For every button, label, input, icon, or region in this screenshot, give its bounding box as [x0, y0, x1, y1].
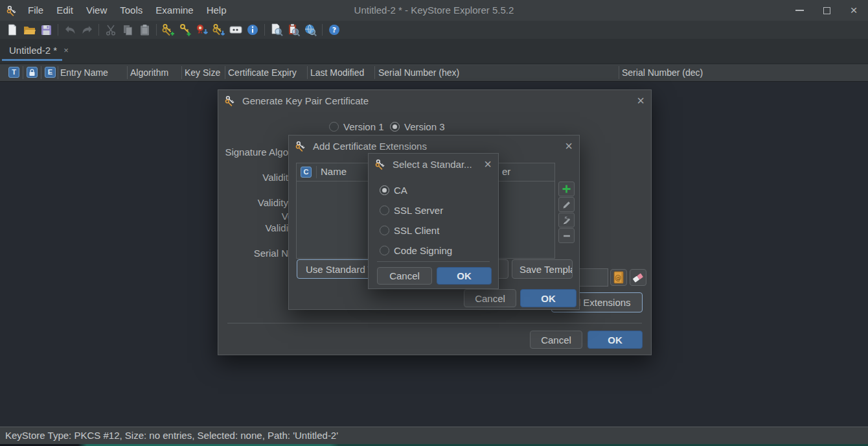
keys-icon: [375, 159, 386, 170]
toolbar-separator: [264, 24, 265, 36]
radio-circle: [329, 122, 339, 132]
eraser-icon: [632, 272, 645, 283]
generate-secret-key-button[interactable]: [177, 22, 194, 38]
generate-ok-button[interactable]: OK: [588, 331, 643, 349]
code-signing-radio[interactable]: Code Signing: [380, 245, 452, 255]
close-icon[interactable]: ×: [637, 90, 645, 111]
close-button[interactable]: ×: [849, 5, 859, 16]
examine-ssl-button[interactable]: [302, 22, 319, 38]
app-keys-icon: [6, 5, 17, 16]
examine-clipboard-button[interactable]: [285, 22, 302, 38]
column-divider: [619, 66, 619, 79]
save-keystore-button[interactable]: [38, 22, 54, 38]
dialog-titlebar: Select a Standar... ×: [369, 154, 498, 174]
dialog-titlebar: Generate Key Pair Certificate ×: [218, 90, 651, 111]
column-name[interactable]: Name: [321, 163, 347, 180]
version-1-radio[interactable]: Version 1: [329, 121, 384, 132]
copy-button[interactable]: [119, 22, 136, 38]
generate-cancel-button[interactable]: Cancel: [530, 331, 582, 349]
lock-status-column-icon[interactable]: [27, 67, 38, 78]
radio-circle: [380, 205, 389, 215]
expiry-column-icon[interactable]: E: [45, 67, 56, 78]
certificate-import-icon: [196, 23, 209, 36]
minimize-button[interactable]: [794, 5, 805, 16]
menu-help[interactable]: Help: [200, 0, 233, 21]
column-serial-number-dec[interactable]: Serial Number (dec): [622, 64, 703, 81]
paste-button[interactable]: [136, 22, 153, 38]
menu-edit[interactable]: Edit: [50, 0, 80, 21]
examine-file-button[interactable]: [268, 22, 285, 38]
extensions-cancel-button[interactable]: Cancel: [464, 289, 516, 307]
key-pair-plus-icon: [162, 23, 175, 36]
version-3-label: Version 3: [404, 121, 445, 132]
remove-extension-button[interactable]: [558, 228, 575, 243]
clear-name-button[interactable]: [630, 269, 646, 286]
keys-icon: [225, 95, 236, 106]
radio-circle: [380, 185, 389, 195]
toolbar-separator: [322, 24, 323, 36]
window-controls: ×: [794, 0, 859, 21]
undo-icon: [64, 25, 76, 35]
generate-key-pair-button[interactable]: [160, 22, 177, 38]
column-entry-name[interactable]: Entry Name: [60, 64, 108, 81]
help-icon: ?: [328, 24, 340, 36]
edit-name-button[interactable]: @: [610, 269, 627, 286]
examine-ssl-globe-icon: [304, 23, 317, 36]
new-file-icon: [6, 24, 18, 36]
ssl-server-radio[interactable]: SSL Server: [380, 205, 443, 215]
tab-untitled-2[interactable]: Untitled-2 * ×: [1, 40, 75, 60]
edit-extension-value-button[interactable]: [558, 213, 575, 228]
redo-button[interactable]: [78, 22, 95, 38]
dialog-title: Add Certificate Extensions: [313, 141, 427, 152]
select-cancel-button[interactable]: Cancel: [377, 267, 432, 285]
ca-radio[interactable]: CA: [380, 185, 407, 195]
tab-label: Untitled-2 *: [9, 45, 57, 56]
menu-view[interactable]: View: [80, 0, 113, 21]
version-1-label: Version 1: [343, 121, 384, 132]
version-3-radio[interactable]: Version 3: [390, 121, 445, 132]
open-keystore-button[interactable]: [21, 22, 38, 38]
import-key-pair-button[interactable]: [211, 22, 227, 38]
dialog-title: Select a Standar...: [393, 159, 472, 170]
critical-column-icon[interactable]: C: [301, 167, 312, 178]
select-standard-template-dialog: Select a Standar... × CA SSL Server SSL …: [368, 153, 499, 289]
plus-icon: [562, 184, 571, 194]
column-algorithm[interactable]: Algorithm: [130, 64, 168, 81]
ssl-client-radio[interactable]: SSL Client: [380, 225, 439, 235]
menu-file[interactable]: File: [21, 0, 50, 21]
dialog-separator: [377, 261, 490, 262]
save-floppy-icon: [41, 25, 52, 36]
ssl-server-label: SSL Server: [394, 205, 443, 216]
cut-button[interactable]: [102, 22, 119, 38]
menu-tools[interactable]: Tools: [113, 0, 149, 21]
column-partial[interactable]: er: [502, 163, 510, 180]
column-certificate-expiry[interactable]: Certificate Expiry: [228, 64, 297, 81]
help-button[interactable]: ?: [326, 22, 343, 38]
close-icon[interactable]: ×: [565, 135, 573, 156]
maximize-button[interactable]: [821, 5, 832, 16]
extensions-ok-button[interactable]: OK: [520, 289, 577, 307]
add-extension-button[interactable]: [558, 182, 575, 196]
column-divider: [374, 66, 375, 79]
toolbar: ?: [0, 21, 868, 39]
new-keystore-button[interactable]: [4, 22, 21, 38]
info-icon: [247, 24, 258, 36]
edit-extension-button[interactable]: [558, 197, 575, 212]
import-trusted-certificate-button[interactable]: [194, 22, 211, 38]
properties-button[interactable]: [244, 22, 261, 38]
toolbar-separator: [98, 24, 99, 36]
key-pair-import-icon: [212, 23, 225, 36]
save-template-button[interactable]: Save Template: [512, 259, 573, 279]
svg-text:?: ?: [332, 26, 336, 34]
column-key-size[interactable]: Key Size: [185, 64, 220, 81]
select-ok-button[interactable]: OK: [437, 267, 492, 285]
column-last-modified[interactable]: Last Modified: [310, 64, 364, 81]
open-folder-icon: [23, 25, 36, 36]
column-serial-number-hex[interactable]: Serial Number (hex): [378, 64, 459, 81]
close-icon[interactable]: ×: [484, 154, 492, 174]
tab-close-icon[interactable]: ×: [63, 46, 69, 54]
undo-button[interactable]: [62, 22, 78, 38]
type-column-icon[interactable]: T: [8, 67, 19, 78]
set-password-button[interactable]: [227, 22, 244, 38]
menu-examine[interactable]: Examine: [149, 0, 200, 21]
